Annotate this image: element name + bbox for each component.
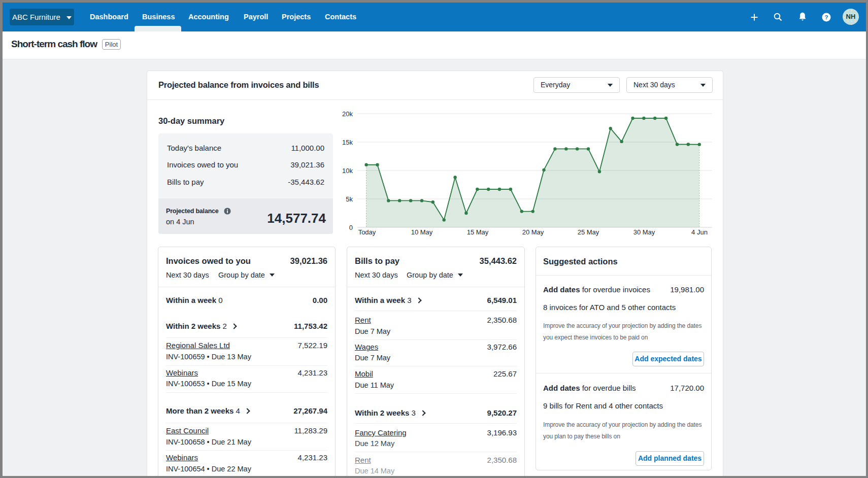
svg-text:?: ? bbox=[824, 14, 828, 20]
